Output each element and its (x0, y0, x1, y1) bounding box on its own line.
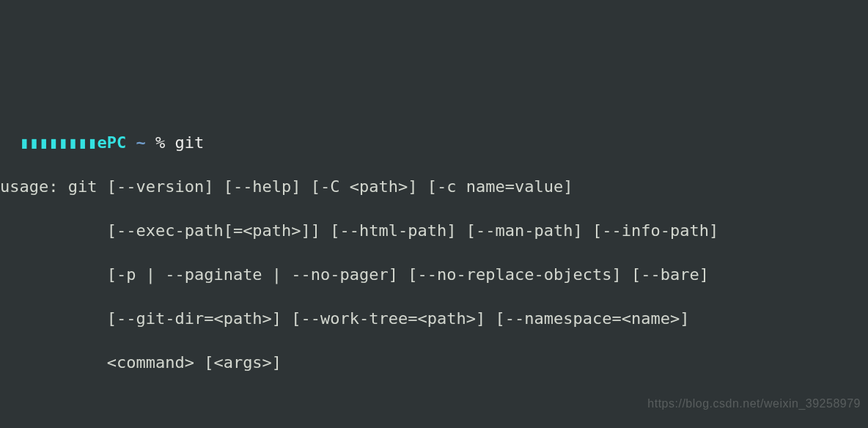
prompt-line[interactable]: ▮▮▮▮▮▮▮▮ePC ~ % git (0, 132, 868, 154)
usage-line-4: [--git-dir=<path>] [--work-tree=<path>] … (0, 308, 868, 330)
cwd-tilde: ~ (126, 133, 155, 152)
prompt-symbol: % (155, 133, 175, 152)
typed-command: git (174, 133, 204, 152)
terminal-output[interactable]: ▮▮▮▮▮▮▮▮ePC ~ % git usage: git [--versio… (0, 110, 868, 428)
user-host-suffix: ePC (97, 133, 126, 152)
watermark-text: https://blog.csdn.net/weixin_39258979 (647, 393, 861, 415)
usage-line-3: [-p | --paginate | --no-pager] [--no-rep… (0, 264, 868, 286)
usage-line-5: <command> [<args>] (0, 352, 868, 374)
usage-line-1: usage: git [--version] [--help] [-C <pat… (0, 176, 868, 198)
usage-line-2: [--exec-path[=<path>]] [--html-path] [--… (0, 220, 868, 242)
user-host-prefix: ▮▮▮▮▮▮▮▮ (0, 133, 97, 152)
